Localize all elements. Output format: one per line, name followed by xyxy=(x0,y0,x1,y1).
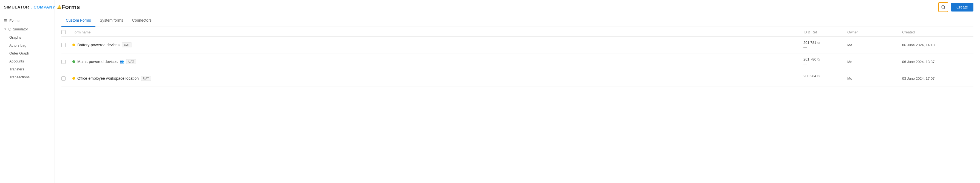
sidebar-group-simulator: ▼ ⬡ Simulator Graphs Actors bag Outer Gr… xyxy=(0,25,54,81)
row3-owner: Me xyxy=(847,76,902,81)
sidebar: SIMULATOR.COMPANY 🔔 ☰ Events ▼ ⬡ Simulat… xyxy=(0,0,55,183)
sidebar-logo: SIMULATOR.COMPANY 🔔 xyxy=(0,0,54,14)
logo-dot: . xyxy=(31,5,32,9)
row1-id-ref: 201 781 ⧉ — xyxy=(803,41,847,49)
sidebar-item-events-label: Events xyxy=(10,19,20,23)
tab-connectors[interactable]: Connectors xyxy=(127,14,156,27)
forms-table: Form name ID & Ref Owner Created Battery… xyxy=(61,27,974,87)
row1-status-dot xyxy=(72,43,75,46)
tab-custom-forms[interactable]: Custom Forms xyxy=(61,14,95,27)
row3-status-dot xyxy=(72,77,75,80)
row3-created: 03 June 2024, 17:07 xyxy=(902,76,963,81)
svg-point-0 xyxy=(942,5,945,8)
row1-created: 06 June 2024, 14:10 xyxy=(902,43,963,47)
header-id-ref: ID & Ref xyxy=(803,30,847,34)
main-header: Forms Create xyxy=(55,0,980,14)
search-icon xyxy=(941,5,945,9)
copy-icon[interactable]: ⧉ xyxy=(818,41,820,45)
row1-tag: UAT xyxy=(122,43,132,48)
row3-id-sub: — xyxy=(803,79,847,83)
sidebar-item-outer-graph[interactable]: Outer Graph xyxy=(10,49,54,57)
list-icon: ☰ xyxy=(4,19,7,23)
header-created: Created xyxy=(902,30,963,34)
copy-icon[interactable]: ⧉ xyxy=(818,57,820,61)
sidebar-item-transactions[interactable]: Transactions xyxy=(10,73,54,81)
row3-name: Office employee workspace location xyxy=(77,76,139,81)
row2-id-main: 201 780 ⧉ xyxy=(803,57,847,61)
chevron-down-icon: ▼ xyxy=(4,28,6,31)
group-user-icon: 👥 xyxy=(120,60,124,64)
create-button[interactable]: Create xyxy=(951,3,974,11)
sidebar-item-accounts[interactable]: Accounts xyxy=(10,57,54,65)
row1-id-sub: — xyxy=(803,45,847,49)
header-form-name: Form name xyxy=(72,30,803,34)
table-row: Mains-powered devices 👥 UAT 201 780 ⧉ — … xyxy=(61,53,974,70)
logo-company: COMPANY xyxy=(33,5,55,9)
sidebar-item-transfers[interactable]: Transfers xyxy=(10,65,54,73)
header-checkbox-col xyxy=(61,30,72,34)
row3-name-cell: Office employee workspace location UAT xyxy=(72,76,803,81)
row3-checkbox-col xyxy=(61,76,72,81)
table-row: Office employee workspace location UAT 2… xyxy=(61,70,974,87)
sidebar-item-events[interactable]: ☰ Events xyxy=(0,16,54,25)
row2-checkbox[interactable] xyxy=(61,60,65,64)
row1-checkbox[interactable] xyxy=(61,43,65,47)
page-title: Forms xyxy=(61,3,938,11)
row1-owner: Me xyxy=(847,43,902,47)
sidebar-group-simulator-header[interactable]: ▼ ⬡ Simulator xyxy=(0,25,54,33)
row2-checkbox-col xyxy=(61,60,72,64)
table-header: Form name ID & Ref Owner Created xyxy=(61,27,974,37)
row3-checkbox[interactable] xyxy=(61,76,65,81)
row2-status-dot xyxy=(72,60,75,63)
row2-tag: UAT xyxy=(126,59,136,64)
row2-created: 06 June 2024, 13:37 xyxy=(902,60,963,64)
row1-name-cell: Battery-powered devices UAT xyxy=(72,43,803,48)
sidebar-item-graphs[interactable]: Graphs xyxy=(10,33,54,41)
copy-icon[interactable]: ⧉ xyxy=(818,74,820,78)
row1-checkbox-col xyxy=(61,43,72,47)
row2-name-cell: Mains-powered devices 👥 UAT xyxy=(72,59,803,64)
row2-more-button[interactable]: ⋮ xyxy=(963,59,974,65)
main-area: Forms Create Custom Forms System forms C… xyxy=(55,0,980,183)
svg-line-1 xyxy=(944,8,945,9)
table-row: Battery-powered devices UAT 201 781 ⧉ — … xyxy=(61,37,974,53)
row3-id-ref: 200 284 ⧉ — xyxy=(803,74,847,83)
app-container: SIMULATOR.COMPANY 🔔 ☰ Events ▼ ⬡ Simulat… xyxy=(0,0,980,183)
header-actions: Create xyxy=(938,2,974,12)
header-owner: Owner xyxy=(847,30,902,34)
row3-more-button[interactable]: ⋮ xyxy=(963,75,974,81)
tab-system-forms[interactable]: System forms xyxy=(95,14,128,27)
sidebar-navigation: ☰ Events ▼ ⬡ Simulator Graphs Actors bag… xyxy=(0,14,54,83)
row2-owner: Me xyxy=(847,60,902,64)
search-button[interactable] xyxy=(938,2,948,12)
tabs: Custom Forms System forms Connectors xyxy=(61,14,974,27)
sidebar-group-simulator-label: Simulator xyxy=(13,27,28,31)
row1-name: Battery-powered devices xyxy=(77,43,119,47)
row2-id-ref: 201 780 ⧉ — xyxy=(803,57,847,66)
main-content: Custom Forms System forms Connectors For… xyxy=(55,14,980,183)
sidebar-sub-items: Graphs Actors bag Outer Graph Accounts T… xyxy=(0,33,54,81)
sidebar-item-actors-bag[interactable]: Actors bag xyxy=(10,41,54,49)
logo-simulator: SIMULATOR xyxy=(4,5,29,9)
row2-name: Mains-powered devices xyxy=(77,59,118,64)
row3-id-main: 200 284 ⧉ xyxy=(803,74,847,78)
simulator-icon: ⬡ xyxy=(8,27,11,31)
row1-more-button[interactable]: ⋮ xyxy=(963,42,974,48)
row1-id-main: 201 781 ⧉ xyxy=(803,41,847,45)
row3-tag: UAT xyxy=(141,76,151,81)
select-all-checkbox[interactable] xyxy=(61,30,65,34)
row2-id-sub: — xyxy=(803,62,847,66)
